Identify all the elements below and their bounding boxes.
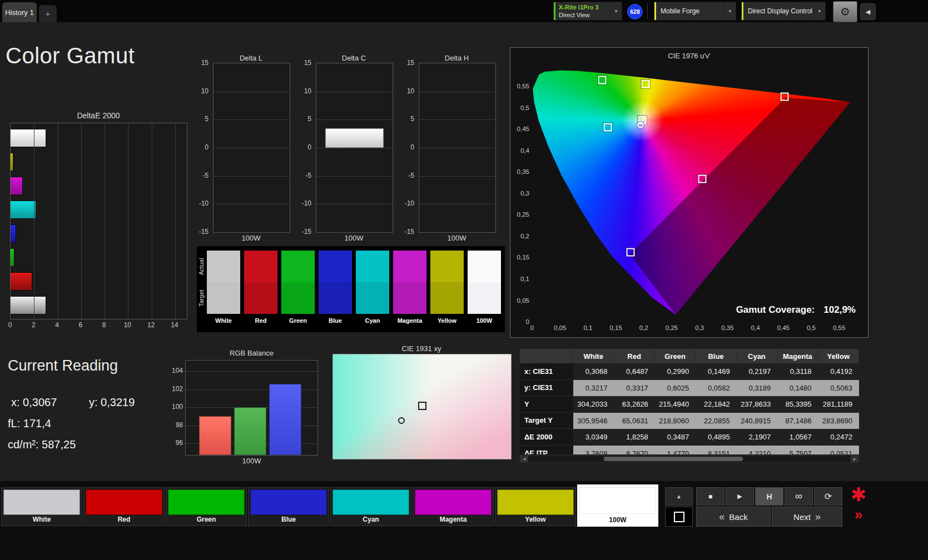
pattern-label: Green	[166, 516, 246, 523]
back-button[interactable]: « Back	[696, 507, 771, 527]
infinity-icon: ∞	[795, 491, 802, 502]
stop-button[interactable]: ■	[696, 487, 724, 506]
pattern-label: Magenta	[413, 516, 493, 523]
pattern-button-blue[interactable]: Blue	[248, 487, 329, 526]
pattern-buttons: WhiteRedGreenBlueCyanMagentaYellow100W	[0, 0, 928, 560]
up-arrow-icon: ▲	[676, 493, 682, 499]
pattern-color-patch	[333, 489, 409, 515]
pattern-color-patch	[497, 489, 574, 515]
pattern-color-patch	[579, 487, 656, 514]
pattern-label: Cyan	[331, 516, 411, 523]
pattern-label: White	[2, 516, 82, 523]
hold-button[interactable]: H	[755, 487, 783, 506]
pattern-color-patch	[250, 489, 327, 515]
pattern-button-green[interactable]: Green	[166, 487, 247, 526]
pattern-color-patch	[3, 489, 80, 515]
pattern-label: Blue	[249, 516, 329, 523]
play-icon: ▶	[737, 493, 742, 500]
pattern-up-button[interactable]: ▲	[665, 487, 693, 506]
pattern-color-patch	[415, 489, 492, 515]
pattern-color-patch	[168, 489, 245, 515]
pattern-label: Yellow	[495, 516, 575, 523]
next-label: Next	[793, 512, 811, 522]
pattern-button-magenta[interactable]: Magenta	[413, 487, 494, 526]
fast-forward-icon[interactable]: »	[850, 506, 867, 523]
continuous-measure-button[interactable]: ∞	[785, 487, 813, 506]
refresh-icon: ⟳	[825, 491, 832, 502]
pattern-button-100w[interactable]: 100W	[577, 484, 658, 527]
refresh-button[interactable]: ⟳	[814, 487, 842, 506]
window-icon	[674, 512, 684, 522]
next-button[interactable]: Next »	[772, 507, 842, 527]
pattern-window-button[interactable]	[665, 507, 693, 527]
pattern-label: 100W	[578, 516, 658, 524]
pattern-button-cyan[interactable]: Cyan	[330, 487, 411, 526]
pattern-button-red[interactable]: Red	[83, 487, 165, 526]
logo-asterisk-icon: ✱	[847, 483, 870, 506]
pattern-button-yellow[interactable]: Yellow	[495, 487, 576, 526]
chevron-left-icon: «	[719, 511, 724, 523]
pattern-color-patch	[86, 489, 162, 515]
play-button[interactable]: ▶	[726, 487, 754, 506]
pattern-label: Red	[84, 516, 164, 523]
stop-icon: ■	[708, 493, 712, 501]
pattern-button-white[interactable]: White	[1, 487, 82, 526]
back-label: Back	[729, 512, 747, 522]
chevron-right-icon: »	[815, 511, 821, 523]
hold-icon: H	[766, 492, 772, 501]
